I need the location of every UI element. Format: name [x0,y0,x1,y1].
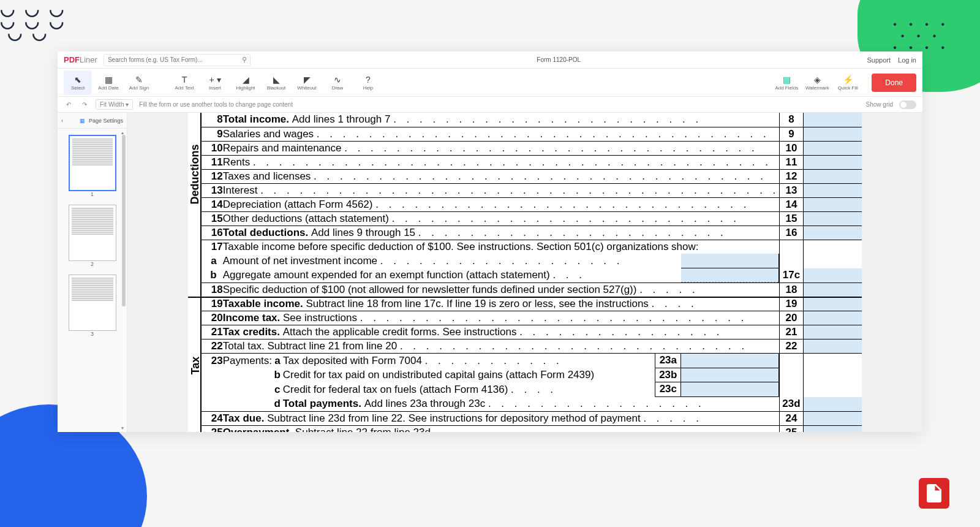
plus-icon: + ▾ [209,74,221,85]
line-8-box: 8 [780,113,803,127]
line-23d-field[interactable] [803,397,862,412]
tool-quick-fill[interactable]: ⚡Quick Fill [834,70,862,95]
section-tax: Tax [188,297,201,433]
search-input[interactable] [104,54,251,66]
line-17b-field[interactable] [681,268,779,282]
tool-highlight[interactable]: ◢Highlight [232,70,260,95]
scroll-down-icon[interactable]: ▾ [119,425,126,431]
section-deductions: Deductions [188,113,201,297]
collapse-sidebar-icon[interactable]: ‹ [61,118,63,124]
line-23c-field[interactable] [681,382,779,396]
line-17a-field[interactable] [681,254,779,268]
line-21-field[interactable] [803,325,862,339]
watermark-icon: ◈ [814,74,821,85]
line-17c-field[interactable] [803,268,862,283]
bolt-icon: ⚡ [843,74,853,85]
line-25-field[interactable] [803,425,862,432]
app-window: PDFLiner ⚲ Form 1120-POL Support Log in … [58,51,922,432]
line-23a-field[interactable] [681,354,779,368]
line-8-desc: Total income. Add lines 1 through 7 . . … [223,113,780,127]
tool-add-text[interactable]: TAdd Text [170,70,198,95]
sidebar-scrollbar[interactable] [122,135,126,306]
page-thumbnail-2[interactable]: 2 [69,205,116,267]
help-icon: ? [366,74,371,85]
draw-icon: ∿ [334,74,341,85]
toolbar: ⬉Select ▦Add Date ✎Add Sign TAdd Text + … [58,69,922,97]
decor-dots-top-right: • • • • • • • • • • • [893,18,949,54]
thumbnail-list[interactable]: ▴ 1 2 3 ▾ [58,129,127,432]
pen-icon: ✎ [135,74,143,85]
line-18-field[interactable] [803,283,862,297]
login-link[interactable]: Log in [898,56,916,64]
logo-liner: Liner [80,55,97,64]
main-area: ‹ ▦ Page Settings ▴ 1 2 3 [58,113,922,432]
text-icon: T [182,74,187,85]
tool-draw[interactable]: ∿Draw [323,70,352,95]
cursor-icon: ⬉ [74,74,81,85]
line-24-field[interactable] [803,411,862,425]
zoom-select[interactable]: Fit Width ▾ [96,99,133,110]
line-15-field[interactable] [803,211,862,226]
whiteout-icon: ◤ [304,74,311,85]
highlight-icon: ◢ [243,74,249,85]
calendar-icon: ▦ [105,74,113,85]
line-8-field[interactable] [803,113,862,127]
document-viewport[interactable]: Deductions 8 Total income. Add lines 1 t… [127,113,922,432]
line-9-field[interactable] [803,127,862,141]
show-grid-label: Show grid [866,101,893,108]
tax-form-table: Deductions 8 Total income. Add lines 1 t… [188,113,862,432]
tool-add-date[interactable]: ▦Add Date [94,70,123,95]
line-19-field[interactable] [803,297,862,311]
line-22-field[interactable] [803,339,862,354]
decor-dots-top-left: ◡ ◡ ◡ ◡ ◡ ◡ ◡ ◡ [0,3,66,39]
thumbnails-sidebar: ‹ ▦ Page Settings ▴ 1 2 3 [58,113,127,432]
undo-button[interactable]: ↶ [64,100,74,109]
done-button[interactable]: Done [872,74,916,92]
hint-text: Fill the form or use another tools to ch… [139,101,293,108]
line-11-field[interactable] [803,155,862,169]
page-thumbnail-3[interactable]: 3 [69,275,116,337]
logo[interactable]: PDFLiner [64,55,97,64]
page-thumbnail-1[interactable]: 1 [69,135,116,197]
tool-insert[interactable]: + ▾Insert [201,70,229,95]
tool-blackout[interactable]: ◣Blackout [262,70,290,95]
line-12-field[interactable] [803,169,862,183]
sub-toolbar: ↶ ↷ Fit Width ▾ Fill the form or use ano… [58,97,922,113]
show-grid-toggle[interactable] [899,100,916,109]
line-8-num: 8 [201,113,223,127]
top-bar: PDFLiner ⚲ Form 1120-POL Support Log in [58,51,922,69]
tool-watermark[interactable]: ◈Watermark [803,70,831,95]
line-20-field[interactable] [803,311,862,325]
line-16-field[interactable] [803,226,862,240]
fields-icon: ▤ [783,74,791,85]
tool-whiteout[interactable]: ◤Whiteout [293,70,321,95]
line-13-field[interactable] [803,183,862,197]
tool-add-sign[interactable]: ✎Add Sign [125,70,153,95]
logo-pdf: PDF [64,55,80,64]
page-settings-icon[interactable]: ▦ [80,118,85,124]
support-link[interactable]: Support [867,56,891,64]
pdf-badge-icon [919,478,949,509]
form-page: Deductions 8 Total income. Add lines 1 t… [188,113,862,432]
line-23b-field[interactable] [681,368,779,382]
tool-select[interactable]: ⬉Select [64,70,92,95]
tool-add-fields[interactable]: ▤Add Fields [772,70,801,95]
line-14-field[interactable] [803,197,862,211]
line-10-field[interactable] [803,141,862,155]
redo-button[interactable]: ↷ [80,100,89,109]
blackout-icon: ◣ [273,74,280,85]
page-settings-link[interactable]: Page Settings [89,118,123,124]
tool-help[interactable]: ?Help [354,70,382,95]
document-title: Form 1120-POL [251,56,867,63]
